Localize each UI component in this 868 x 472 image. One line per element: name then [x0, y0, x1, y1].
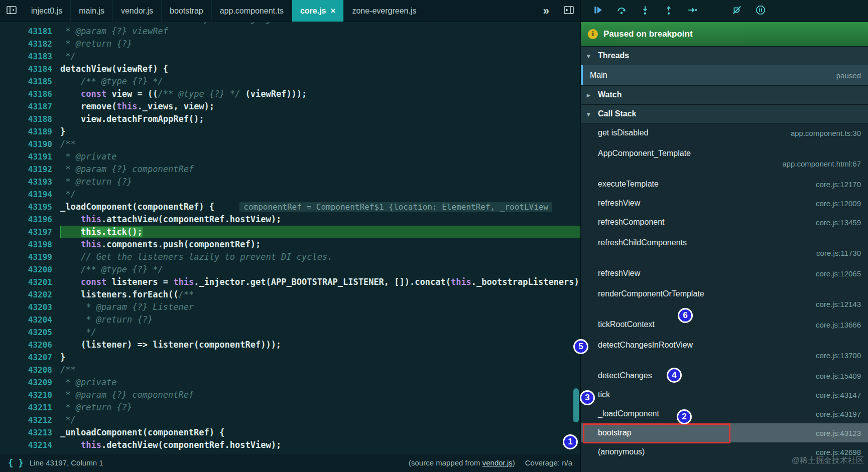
- call-stack-frame[interactable]: bootstrapcore.js:431231: [581, 423, 868, 442]
- line-number[interactable]: 43199: [0, 251, 60, 263]
- tab-app.component.ts[interactable]: app.component.ts: [212, 0, 292, 22]
- call-stack-frame[interactable]: refreshViewcore.js:12065: [581, 264, 868, 283]
- navigator-toggle-button[interactable]: [0, 0, 23, 22]
- frame-location: core.js:43197: [816, 410, 861, 418]
- line-number[interactable]: 43183: [0, 50, 60, 63]
- call-stack-section-header[interactable]: ▾ Call Stack: [581, 104, 868, 123]
- line-number[interactable]: 43194: [0, 188, 60, 201]
- line-number[interactable]: 43188: [0, 113, 60, 125]
- tab-bootstrap[interactable]: bootstrap: [162, 0, 212, 22]
- tab-label: zone-evergreen.js: [352, 7, 416, 16]
- call-stack-frame[interactable]: detectChangescore.js:154094: [581, 366, 868, 385]
- pretty-print-icon[interactable]: { }: [8, 458, 24, 468]
- line-number[interactable]: 43189: [0, 125, 60, 138]
- line-number[interactable]: 43210: [0, 389, 60, 401]
- line-number[interactable]: 43196: [0, 213, 60, 226]
- tab-vendor.js[interactable]: vendor.js: [113, 0, 162, 22]
- code-line-43192: 43192 * @param {?} componentRef: [0, 163, 580, 176]
- line-number[interactable]: 43204: [0, 313, 60, 326]
- watch-section-header[interactable]: ▸ Watch: [581, 85, 868, 104]
- call-stack-frame[interactable]: tickcore.js:431473: [581, 385, 868, 404]
- threads-section-header[interactable]: ▾ Threads: [581, 46, 868, 65]
- code-text: detachView(viewRef) {: [60, 63, 580, 75]
- code-text: * @param {?} Listener: [60, 301, 580, 313]
- tab-label: core.js: [300, 7, 326, 16]
- call-stack-list: get isDisabledapp.component.ts:30AppComp…: [581, 123, 868, 461]
- deactivate-breakpoints-button[interactable]: [732, 5, 742, 17]
- line-number[interactable]: 43193: [0, 176, 60, 188]
- frame-function: renderComponentOrTemplate: [598, 289, 861, 298]
- step-button[interactable]: [687, 5, 697, 17]
- line-number[interactable]: 43182: [0, 38, 60, 50]
- line-number[interactable]: 43191: [0, 150, 60, 163]
- step-out-button[interactable]: [664, 5, 674, 17]
- source-map-link[interactable]: vendor.js: [482, 458, 513, 467]
- code-text: this.tick();: [60, 226, 580, 238]
- call-stack-frame[interactable]: refreshViewcore.js:12009: [581, 194, 868, 213]
- call-stack-frame[interactable]: _loadComponentcore.js:431972: [581, 404, 868, 423]
- frame-function: refreshView: [598, 199, 640, 208]
- code-text: */: [60, 188, 580, 201]
- line-number[interactable]: 43208: [0, 364, 60, 376]
- call-stack-frame[interactable]: tickRootContextcore.js:136666: [581, 315, 868, 334]
- resume-button[interactable]: [593, 5, 603, 17]
- step-over-button[interactable]: [616, 5, 627, 17]
- line-number[interactable]: 43213: [0, 426, 60, 439]
- step-into-button[interactable]: [640, 5, 650, 17]
- call-stack-frame[interactable]: refreshChildComponentscore.js:11730: [581, 232, 868, 264]
- frame-function: _loadComponent: [598, 409, 659, 418]
- line-number[interactable]: 43201: [0, 276, 60, 288]
- call-stack-frame[interactable]: renderComponentOrTemplatecore.js:12143: [581, 283, 868, 315]
- line-number[interactable]: 43212: [0, 414, 60, 426]
- tab-overflow-button[interactable]: »: [535, 0, 557, 22]
- line-number[interactable]: 43185: [0, 75, 60, 88]
- line-number[interactable]: 43181: [0, 25, 60, 38]
- code-text: }: [60, 351, 580, 364]
- close-icon[interactable]: ×: [331, 7, 336, 15]
- line-number[interactable]: 43197: [0, 226, 60, 238]
- line-number[interactable]: 43207: [0, 351, 60, 364]
- line-number[interactable]: 43211: [0, 401, 60, 414]
- line-number[interactable]: 43203: [0, 301, 60, 313]
- tab-label: app.component.ts: [220, 7, 284, 16]
- tab-zone-evergreen.js[interactable]: zone-evergreen.js: [344, 0, 425, 22]
- step-icon: [687, 5, 697, 17]
- code-line-43188: 43188 view.detachFromAppRef();: [0, 113, 580, 125]
- tab-inject0.js[interactable]: inject0.js: [23, 0, 71, 22]
- call-stack-frame[interactable]: get isDisabledapp.component.ts:30: [581, 123, 868, 142]
- code-line-43214: 43214 this.detachView(componentRef.hostV…: [0, 439, 580, 451]
- line-number[interactable]: 43195: [0, 201, 60, 213]
- line-number[interactable]: 43214: [0, 439, 60, 451]
- line-number[interactable]: 43209: [0, 376, 60, 389]
- call-stack-frame[interactable]: refreshComponentcore.js:13459: [581, 213, 868, 232]
- line-number[interactable]: 43206: [0, 339, 60, 351]
- tab-main.js[interactable]: main.js: [71, 0, 113, 22]
- navigator-toggle-icon: [7, 6, 17, 16]
- call-stack-frame[interactable]: executeTemplatecore.js:12170: [581, 175, 868, 194]
- thread-row-main[interactable]: Main paused: [581, 65, 868, 85]
- line-number[interactable]: 43190: [0, 138, 60, 150]
- caret-down-icon: ▾: [587, 110, 593, 118]
- tab-core.js[interactable]: core.js×: [292, 0, 344, 22]
- code-text: (listener) => listener(componentRef)));: [60, 339, 580, 351]
- source-map-prefix: (source mapped from: [409, 458, 482, 467]
- panel-toggle-icon: [564, 6, 574, 16]
- line-number[interactable]: 43198: [0, 238, 60, 251]
- line-number[interactable]: 43186: [0, 88, 60, 100]
- line-number[interactable]: 43192: [0, 163, 60, 176]
- vertical-scrollbar[interactable]: [573, 388, 579, 422]
- line-number[interactable]: 43184: [0, 63, 60, 75]
- debug-toolbar: [580, 0, 868, 22]
- watermark: @稀土掘金技术社区: [792, 455, 864, 466]
- status-right-group: (source mapped from vendor.js) Coverage:…: [409, 458, 572, 467]
- code-area[interactable]: 43180 * Detaches a view from dirty check…: [0, 22, 580, 453]
- call-stack-frame[interactable]: AppComponent_Templateapp.component.html:…: [581, 142, 868, 175]
- line-number[interactable]: 43202: [0, 288, 60, 301]
- line-number[interactable]: 43205: [0, 326, 60, 339]
- thread-name: Main: [590, 71, 607, 80]
- line-number[interactable]: 43187: [0, 100, 60, 113]
- call-stack-frame[interactable]: detectChangesInRootViewcore.js:137005: [581, 334, 868, 366]
- panel-toggle-button[interactable]: [557, 0, 580, 22]
- pause-on-exceptions-button[interactable]: [756, 5, 766, 17]
- line-number[interactable]: 43200: [0, 263, 60, 276]
